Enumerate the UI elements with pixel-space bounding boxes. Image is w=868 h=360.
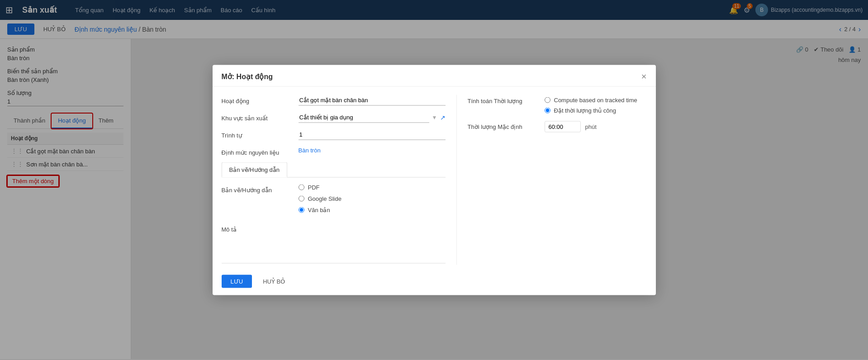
google-slide-option[interactable]: Google Slide xyxy=(299,195,446,202)
ban-ve-radio-group: PDF Google Slide Văn bản xyxy=(299,184,446,213)
hoat-dong-label: Hoạt động xyxy=(222,95,299,104)
mo-ta-label: Mô tả xyxy=(222,226,446,233)
dinh-muc-wrap: Bàn tròn xyxy=(299,147,446,154)
google-slide-label: Google Slide xyxy=(308,195,342,202)
van-ban-option[interactable]: Văn bản xyxy=(299,207,446,213)
modal: Mở: Hoạt động × Hoạt động Khu vực sản xu… xyxy=(213,65,656,295)
khu-vuc-select-wrap: Cắt thiết bị gia dụng ▼ ↗ xyxy=(299,112,446,123)
ban-ve-row: Bản vẽ/Hướng dẫn PDF Google Slide xyxy=(222,184,446,220)
thoi-luong-label: Thời lượng Mặc định xyxy=(468,123,540,130)
khu-vuc-select[interactable]: Cắt thiết bị gia dụng xyxy=(299,112,429,123)
khu-vuc-row: Khu vực sản xuất Cắt thiết bị gia dụng ▼… xyxy=(222,112,446,123)
modal-title: Mở: Hoạt động xyxy=(222,72,273,81)
dat-tay-option[interactable]: Đặt thời lượng thủ công xyxy=(545,107,647,114)
ban-ve-section-label: Bản vẽ/Hướng dẫn xyxy=(222,184,299,194)
trinh-tu-input[interactable] xyxy=(299,129,446,140)
close-button[interactable]: × xyxy=(641,71,647,82)
dat-tay-label: Đặt thời lượng thủ công xyxy=(554,107,617,114)
modal-save-button[interactable]: LƯU xyxy=(222,275,252,288)
trinh-tu-label: Trình tự xyxy=(222,129,299,139)
modal-left-col: Hoạt động Khu vực sản xuất Cắt thiết bị … xyxy=(222,95,457,265)
compute-tracked-option[interactable]: Compute based on tracked time xyxy=(545,97,647,104)
external-link-icon[interactable]: ↗ xyxy=(440,114,446,121)
hoat-dong-row: Hoạt động xyxy=(222,95,446,106)
hoat-dong-input[interactable] xyxy=(299,95,446,106)
modal-two-col: Hoạt động Khu vực sản xuất Cắt thiết bị … xyxy=(222,95,647,265)
van-ban-label: Văn bản xyxy=(308,207,330,213)
pdf-label: PDF xyxy=(308,184,320,191)
compute-tracked-label: Compute based on tracked time xyxy=(554,97,637,104)
mo-ta-input[interactable] xyxy=(222,237,446,264)
hoat-dong-input-wrap xyxy=(299,95,446,106)
default-duration-row: Thời lượng Mặc định phút xyxy=(468,121,647,133)
modal-footer: LƯU HUỶ BỎ xyxy=(213,270,656,295)
trinh-tu-wrap xyxy=(299,129,446,140)
dinh-muc-row: Định mức nguyên liệu Bàn tròn xyxy=(222,147,446,156)
phut-label: phút xyxy=(585,123,597,130)
tinh-toan-label: Tính toán Thời lượng xyxy=(468,95,545,104)
khu-vuc-label: Khu vực sản xuất xyxy=(222,112,299,122)
mo-ta-section: Mô tả xyxy=(222,226,446,265)
modal-tabs: Bản vẽ/Hướng dẫn xyxy=(222,162,446,178)
modal-header: Mở: Hoạt động × xyxy=(213,65,656,87)
dinh-muc-label: Định mức nguyên liệu xyxy=(222,147,299,156)
modal-right-col: Tính toán Thời lượng Compute based on tr… xyxy=(457,95,647,265)
modal-body: Hoạt động Khu vực sản xuất Cắt thiết bị … xyxy=(213,87,656,270)
tab-ban-ve[interactable]: Bản vẽ/Hướng dẫn xyxy=(222,162,288,178)
dat-tay-radio[interactable] xyxy=(545,108,550,114)
tinh-toan-row: Tính toán Thời lượng Compute based on tr… xyxy=(468,95,647,114)
ban-ve-radios: PDF Google Slide Văn bản xyxy=(299,184,446,220)
google-slide-radio[interactable] xyxy=(299,196,304,202)
khu-vuc-wrap: Cắt thiết bị gia dụng ▼ ↗ xyxy=(299,112,446,123)
duration-input[interactable] xyxy=(545,121,581,133)
tinh-toan-radio-group: Compute based on tracked time Đặt thời l… xyxy=(545,97,647,114)
compute-tracked-radio[interactable] xyxy=(545,97,550,103)
dinh-muc-link[interactable]: Bàn tròn xyxy=(299,147,321,154)
trinh-tu-row: Trình tự xyxy=(222,129,446,140)
select-arrow-icon: ▼ xyxy=(432,114,437,121)
pdf-radio[interactable] xyxy=(299,185,304,190)
modal-cancel-button[interactable]: HUỶ BỎ xyxy=(256,275,291,288)
van-ban-radio[interactable] xyxy=(299,207,304,213)
tinh-toan-radios: Compute based on tracked time Đặt thời l… xyxy=(545,95,647,114)
pdf-option[interactable]: PDF xyxy=(299,184,446,191)
